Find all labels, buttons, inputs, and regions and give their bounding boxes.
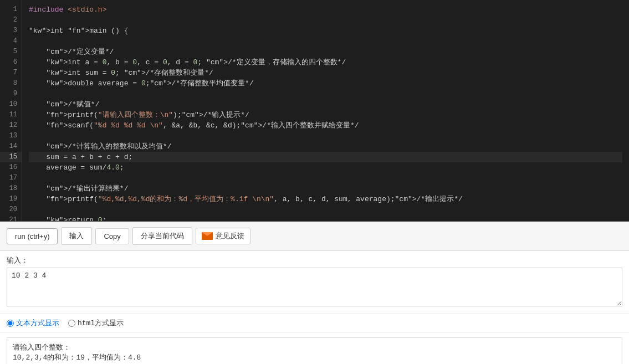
line-number-3: 3	[0, 25, 22, 36]
code-line-6: "kw">int a = 0, b = 0, c = 0, d = 0; "cm…	[29, 57, 622, 68]
code-line-18: "cm">/*输出计算结果*/	[29, 183, 622, 194]
code-line-4	[29, 36, 622, 47]
code-line-15: sum = a + b + c + d;	[29, 152, 622, 162]
share-button[interactable]: 分享当前代码	[132, 227, 192, 245]
code-line-5: "cm">/*定义变量*/	[29, 47, 622, 57]
input-label: 输入：	[7, 255, 622, 265]
line-number-19: 19	[0, 194, 22, 204]
line-number-7: 7	[0, 68, 22, 78]
line-number-20: 20	[0, 204, 22, 215]
line-number-21: 21	[0, 215, 22, 222]
code-line-20	[29, 204, 622, 215]
output-content: 请输入四个整数：10,2,3,4的和为：19，平均值为：4.8	[7, 337, 622, 364]
line-number-13: 13	[0, 131, 22, 141]
html-mode-option[interactable]: html方式显示	[68, 318, 124, 328]
code-line-9	[29, 89, 622, 99]
line-number-17: 17	[0, 173, 22, 183]
output-line: 10,2,3,4的和为：19，平均值为：4.8	[13, 352, 616, 362]
toolbar: run (ctrl+y) 输入 Copy 分享当前代码 意见反馈	[0, 222, 629, 251]
code-line-14: "cm">/*计算输入的整数和以及均值*/	[29, 141, 622, 152]
code-line-7: "kw">int sum = 0; "cm">/*存储整数和变量*/	[29, 68, 622, 78]
code-editor: 1234567891011121314151617181920212223 #i…	[0, 0, 629, 222]
code-line-8: "kw">double average = 0;"cm">/*存储整数平均值变量…	[29, 78, 622, 89]
line-number-6: 6	[0, 57, 22, 68]
editor-area[interactable]: 1234567891011121314151617181920212223 #i…	[0, 0, 629, 222]
line-number-11: 11	[0, 110, 22, 120]
line-number-15: 15	[0, 152, 22, 162]
line-number-16: 16	[0, 162, 22, 173]
feedback-button[interactable]: 意见反馈	[196, 228, 250, 244]
code-line-1: #include <stdio.h>	[29, 4, 622, 15]
input-section: 输入：	[0, 251, 629, 313]
output-line: 请输入四个整数：	[13, 342, 616, 352]
input-button[interactable]: 输入	[61, 227, 92, 245]
line-number-2: 2	[0, 15, 22, 25]
line-number-4: 4	[0, 36, 22, 47]
line-number-18: 18	[0, 183, 22, 194]
code-line-12: "fn">scanf("%d %d %d %d \n", &a, &b, &c,…	[29, 120, 622, 131]
code-line-13	[29, 131, 622, 141]
code-line-21: "kw">return 0;	[29, 215, 622, 221]
line-number-8: 8	[0, 78, 22, 89]
code-line-19: "fn">printf("%d,%d,%d,%d的和为：%d，平均值为：%.1f…	[29, 194, 622, 204]
line-number-9: 9	[0, 89, 22, 99]
html-mode-radio[interactable]	[68, 320, 75, 327]
code-line-16: average = sum/4.0;	[29, 162, 622, 173]
line-number-12: 12	[0, 120, 22, 131]
display-options: 文本方式显示 html方式显示	[0, 313, 629, 332]
code-line-17	[29, 173, 622, 183]
text-mode-option[interactable]: 文本方式显示	[7, 318, 59, 328]
line-number-1: 1	[0, 4, 22, 15]
code-line-2	[29, 15, 622, 25]
email-icon	[202, 232, 213, 240]
output-section: 请输入四个整数：10,2,3,4的和为：19，平均值为：4.8	[0, 332, 629, 364]
text-mode-label: 文本方式显示	[16, 318, 59, 328]
code-content[interactable]: #include <stdio.h> "kw">int "fn">main ()…	[22, 0, 629, 221]
feedback-label: 意见反馈	[216, 231, 244, 241]
copy-button[interactable]: Copy	[95, 228, 129, 244]
html-mode-label: html方式显示	[78, 318, 124, 328]
line-number-5: 5	[0, 47, 22, 57]
code-line-3: "kw">int "fn">main () {	[29, 25, 622, 36]
line-numbers: 1234567891011121314151617181920212223	[0, 0, 22, 221]
run-button[interactable]: run (ctrl+y)	[7, 228, 58, 244]
code-line-10: "cm">/*赋值*/	[29, 99, 622, 110]
code-line-11: "fn">printf("请输入四个整数：\n");"cm">/*输入提示*/	[29, 110, 622, 120]
text-mode-radio[interactable]	[7, 320, 14, 327]
line-number-14: 14	[0, 141, 22, 152]
input-textarea[interactable]	[7, 268, 622, 306]
line-number-10: 10	[0, 99, 22, 110]
